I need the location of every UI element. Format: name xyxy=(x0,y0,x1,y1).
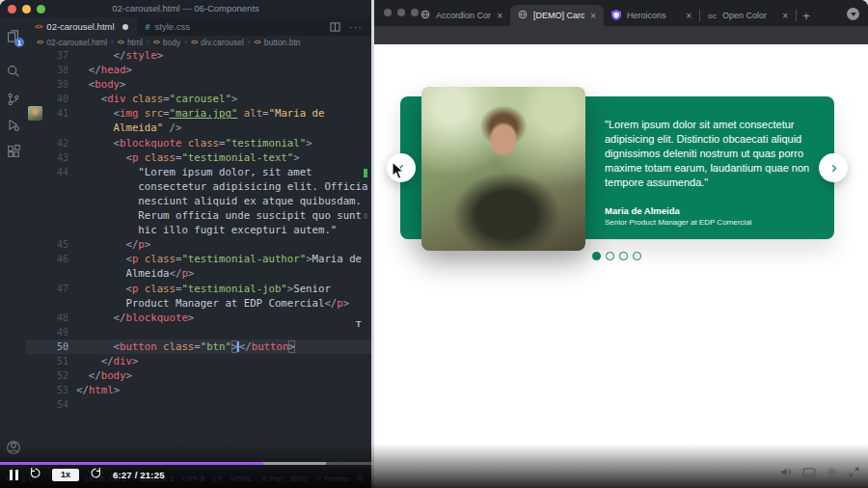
browser-tab[interactable]: Accordion Compon× xyxy=(413,5,510,26)
browser-tab[interactable]: Heroicons× xyxy=(604,5,699,26)
code-line[interactable]: Rerum officia unde suscipit quo sunt xyxy=(26,208,371,223)
code-line-43[interactable]: 43 <p class="testimonial-text"> xyxy=(26,150,371,165)
minimize-window-button[interactable] xyxy=(397,9,405,16)
code-rows: 37 </style>38 </head>39 <body>40 <div cl… xyxy=(26,48,371,412)
code-line-44[interactable]: 44 "Lorem ipsum dolor, sit amet xyxy=(26,165,371,179)
tab-02-carousel[interactable]: <> 02-carousel.html xyxy=(26,17,137,36)
code-line-37[interactable]: 37 </style> xyxy=(26,48,371,63)
code-tokens: Almeida" /> xyxy=(76,121,181,135)
code-tokens: </html> xyxy=(76,383,120,397)
code-tokens: <body> xyxy=(76,77,126,92)
breadcrumb-item[interactable]: body xyxy=(163,38,180,47)
code-line[interactable]: hic illo fugit excepturi autem." xyxy=(26,223,371,237)
extensions-icon[interactable] xyxy=(0,144,26,159)
breadcrumb-item[interactable]: 02-carousel.html xyxy=(46,38,107,47)
split-editor-icon[interactable] xyxy=(330,18,340,36)
code-line[interactable]: Almeida</p> xyxy=(26,266,371,281)
forward-icon[interactable] xyxy=(90,466,102,483)
overview-ruler-label: T xyxy=(356,319,362,329)
token: nesciunt aliquid ex atque quibusdam. xyxy=(76,195,362,207)
run-debug-icon[interactable] xyxy=(0,118,26,133)
pause-button[interactable] xyxy=(10,470,18,480)
token: > xyxy=(145,238,150,251)
testimonial-photo xyxy=(421,87,585,251)
player-settings-icon[interactable] xyxy=(826,465,838,482)
close-tab-icon[interactable]: × xyxy=(782,11,788,21)
breadcrumb-item[interactable]: div.carousel xyxy=(201,38,244,47)
tab-style-css[interactable]: # style.css xyxy=(137,17,199,36)
code-line-52[interactable]: 52 </body> xyxy=(26,368,371,383)
code-line-46[interactable]: 46 <p class="testimonial-author">Maria d… xyxy=(26,252,371,266)
token: > xyxy=(126,369,132,382)
player-progress-bar[interactable] xyxy=(0,462,868,466)
code-line[interactable]: consectetur adipisicing elit. Officia xyxy=(26,179,371,194)
player-controls: 1x 6:27 / 21:25 xyxy=(10,466,165,483)
breadcrumb-item[interactable]: button.btn xyxy=(264,38,301,47)
carousel-dot-4[interactable] xyxy=(633,252,641,260)
overview-ruler-added-mark xyxy=(364,169,367,177)
code-line-51[interactable]: 51 </div> xyxy=(26,354,371,368)
code-tokens: <p class="testimonial-author">Maria de xyxy=(76,252,362,266)
code-line-42[interactable]: 42 <blockquote class="testimonial"> xyxy=(26,136,371,150)
close-tab-icon[interactable]: × xyxy=(590,11,596,21)
code-line[interactable]: Product Manager at EDP Comercial</p> xyxy=(26,296,371,311)
code-line[interactable]: Almeida" /> xyxy=(26,121,371,135)
carousel-dot-2[interactable] xyxy=(606,252,614,260)
close-window-button[interactable] xyxy=(384,9,392,16)
modified-dot-icon[interactable] xyxy=(122,24,128,30)
tab-label: style.css xyxy=(155,21,190,32)
token: div xyxy=(114,355,132,367)
source-control-icon[interactable] xyxy=(0,92,26,107)
code-line-48[interactable]: 48 </blockquote> xyxy=(26,311,371,325)
screen: 02-carousel.html — 06-Components 1 xyxy=(0,0,868,488)
code-line-54[interactable]: 54 xyxy=(26,397,371,412)
token: hic illo fugit excepturi autem." xyxy=(76,224,337,236)
token: </ xyxy=(76,49,125,62)
code-line-47[interactable]: 47 <p class="testimonial-job">Senior xyxy=(26,282,371,296)
token: class xyxy=(145,283,176,295)
new-tab-button[interactable]: + xyxy=(797,5,816,26)
explorer-icon[interactable]: 1 xyxy=(0,28,26,44)
tab-search-button[interactable] xyxy=(847,8,859,20)
html-file-icon: <> xyxy=(37,39,42,45)
code-line-40[interactable]: 40 <div class="carousel"> xyxy=(26,92,371,106)
captions-icon[interactable] xyxy=(802,465,816,482)
breadcrumb-item[interactable]: html xyxy=(127,38,143,47)
token: blockquote xyxy=(120,137,181,149)
close-tab-icon[interactable]: × xyxy=(686,11,692,21)
code-line-41[interactable]: 41 <img src="maria.jpg" alt="Maria de xyxy=(26,106,371,121)
code-line-49[interactable]: 49 xyxy=(26,325,371,339)
code-editor[interactable]: 37 </style>38 </head>39 <body>40 <div cl… xyxy=(26,48,371,469)
token: style xyxy=(125,49,156,62)
browser-tab[interactable]: OCOpen Color× xyxy=(700,5,796,26)
code-line-45[interactable]: 45 </p> xyxy=(26,237,371,252)
code-tokens: </blockquote> xyxy=(76,311,194,325)
rewind-icon[interactable] xyxy=(29,466,41,483)
carousel-dot-1[interactable] xyxy=(592,252,601,260)
close-tab-icon[interactable]: × xyxy=(497,11,502,21)
code-line[interactable]: nesciunt aliquid ex atque quibusdam. xyxy=(26,194,371,208)
token: < xyxy=(76,283,132,295)
search-icon[interactable] xyxy=(0,64,26,79)
fullscreen-icon[interactable] xyxy=(848,465,860,482)
browser-tab-active[interactable]: [DEMO] Carousel C× xyxy=(510,5,604,26)
token: < xyxy=(76,253,132,265)
code-line-38[interactable]: 38 </head> xyxy=(26,63,371,77)
code-line-50[interactable]: 50 <button class="btn"></button> xyxy=(26,339,371,354)
token: < xyxy=(76,151,132,164)
carousel-dot-3[interactable] xyxy=(619,252,628,260)
globe-favicon xyxy=(420,10,430,21)
token: > xyxy=(288,340,294,353)
browser-window: Accordion Compon×[DEMO] Carousel C×Heroi… xyxy=(374,0,868,488)
code-line-39[interactable]: 39 <body> xyxy=(26,77,371,92)
gutter-image-preview xyxy=(28,106,42,121)
time-display: 6:27 / 21:25 xyxy=(113,470,165,480)
code-line-53[interactable]: 53</html> xyxy=(26,383,371,397)
more-actions-icon[interactable]: ··· xyxy=(349,21,363,33)
token: </ xyxy=(76,238,138,251)
next-slide-button[interactable] xyxy=(819,153,848,182)
tag-symbol-icon: <> xyxy=(118,39,123,45)
playback-speed-button[interactable]: 1x xyxy=(52,469,79,481)
tag-symbol-icon: <> xyxy=(255,39,260,45)
volume-icon[interactable] xyxy=(780,465,793,482)
